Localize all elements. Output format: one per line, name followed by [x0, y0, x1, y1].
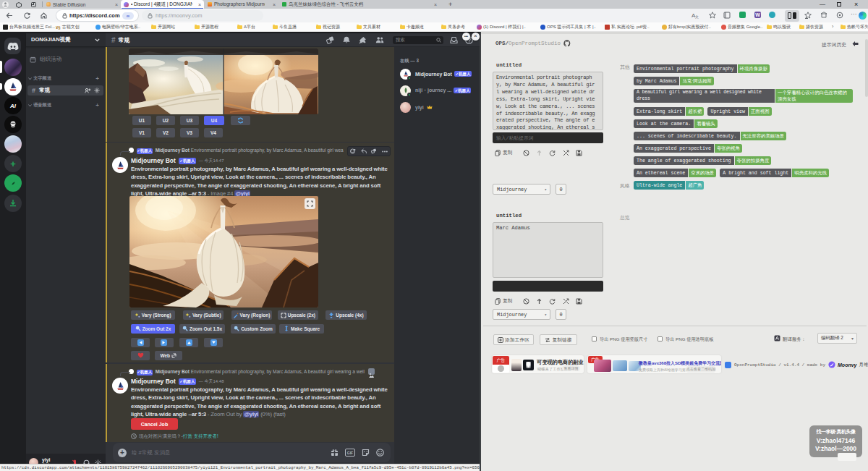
- svg-text:文: 文: [695, 14, 699, 19]
